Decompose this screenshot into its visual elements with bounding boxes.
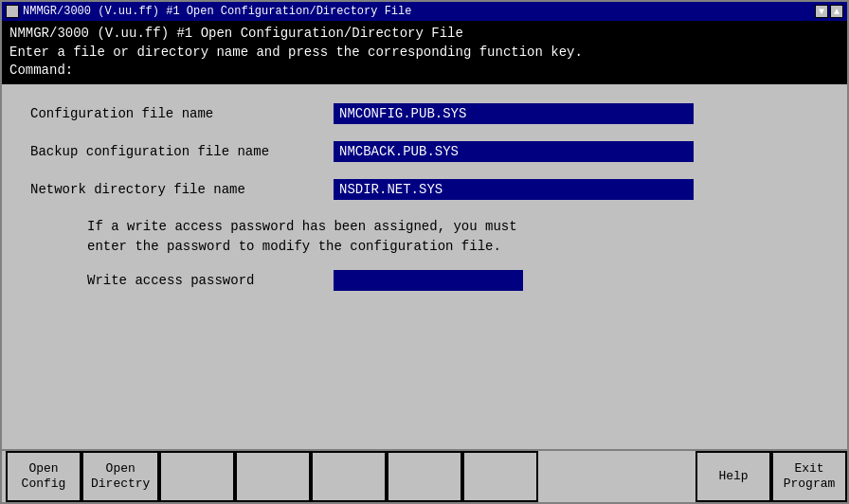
password-note-line1: If a write access password has been assi… — [87, 217, 819, 237]
password-note: If a write access password has been assi… — [87, 217, 819, 257]
config-field-row: Configuration file name — [30, 103, 819, 124]
password-section: If a write access password has been assi… — [30, 217, 819, 291]
maximize-button[interactable]: ▲ — [830, 5, 843, 18]
config-label: Configuration file name — [30, 106, 334, 121]
password-label: Write access password — [87, 273, 324, 288]
title-bar: NMMGR/3000 (V.uu.ff) #1 Open Configurati… — [2, 2, 847, 21]
f7-button[interactable] — [462, 451, 538, 502]
open-config-button[interactable]: Open Config — [6, 451, 81, 502]
header-line3: Command: — [9, 62, 840, 81]
main-window: NMMGR/3000 (V.uu.ff) #1 Open Configurati… — [0, 0, 849, 504]
bottom-spacer — [538, 451, 695, 502]
bottom-bar: Open Config Open Directry Help Exit Prog… — [2, 449, 847, 502]
backup-label: Backup configuration file name — [30, 144, 334, 159]
header-line1: NMMGR/3000 (V.uu.ff) #1 Open Configurati… — [9, 25, 840, 44]
f6-button[interactable] — [387, 451, 462, 502]
password-row: Write access password — [87, 270, 819, 291]
f5-button[interactable] — [311, 451, 387, 502]
main-content: Configuration file name Backup configura… — [2, 84, 847, 449]
network-input[interactable] — [334, 179, 694, 200]
network-field-row: Network directory file name — [30, 179, 819, 200]
network-label: Network directory file name — [30, 182, 334, 197]
header-line2: Enter a file or directory name and press… — [9, 44, 840, 63]
password-input[interactable] — [334, 270, 523, 291]
backup-input[interactable] — [334, 141, 694, 162]
password-note-line2: enter the password to modify the configu… — [87, 237, 819, 257]
header-area: NMMGR/3000 (V.uu.ff) #1 Open Configurati… — [2, 21, 847, 84]
help-button[interactable]: Help — [695, 451, 771, 502]
title-bar-text: NMMGR/3000 (V.uu.ff) #1 Open Configurati… — [23, 5, 411, 18]
title-bar-controls: ▼ ▲ — [815, 5, 843, 18]
f3-button[interactable] — [159, 451, 235, 502]
minimize-button[interactable]: ▼ — [815, 5, 828, 18]
f4-button[interactable] — [235, 451, 311, 502]
backup-field-row: Backup configuration file name — [30, 141, 819, 162]
window-icon — [6, 5, 19, 18]
open-directory-button[interactable]: Open Directry — [81, 451, 159, 502]
exit-program-button[interactable]: Exit Program — [771, 451, 847, 502]
config-input[interactable] — [334, 103, 694, 124]
